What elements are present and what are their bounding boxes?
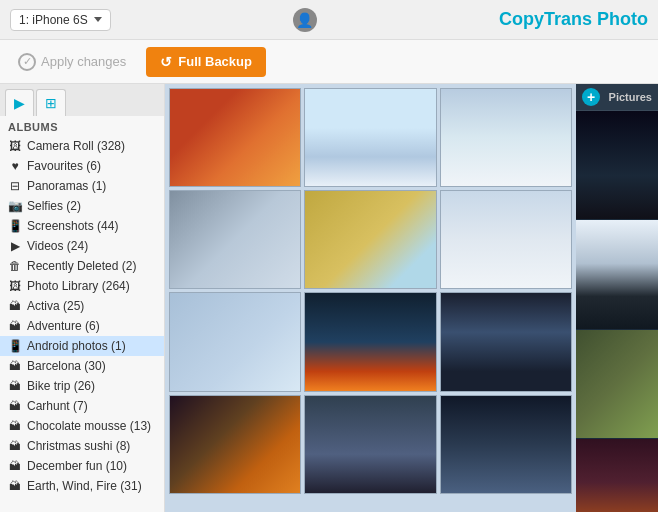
album-icon: 🖼 [8, 139, 22, 153]
app-header: 1: iPhone 6S 👤 CopyTrans Photo [0, 0, 658, 40]
album-icon: 📷 [8, 199, 22, 213]
sidebar-item-activa[interactable]: 🏔 Activa (25) [0, 296, 164, 316]
album-icon: ♥ [8, 159, 22, 173]
user-icon[interactable]: 👤 [293, 8, 317, 32]
album-label: Bike trip (26) [27, 379, 156, 393]
backup-icon: ↺ [160, 54, 172, 70]
device-name: 1: iPhone 6S [19, 13, 88, 27]
sidebar-item-selfies[interactable]: 📷 Selfies (2) [0, 196, 164, 216]
right-photo-rp1[interactable] [576, 111, 658, 220]
album-icon: 📱 [8, 219, 22, 233]
right-photo-rp3[interactable] [576, 330, 658, 439]
album-icon: 🏔 [8, 419, 22, 433]
album-label: Selfies (2) [27, 199, 156, 213]
app-logo: CopyTrans Photo [499, 9, 648, 30]
album-icon: 🏔 [8, 459, 22, 473]
photo-cell-p11[interactable] [304, 395, 436, 494]
sidebar-item-adventure[interactable]: 🏔 Adventure (6) [0, 316, 164, 336]
album-label: Adventure (6) [27, 319, 156, 333]
album-icon: 🏔 [8, 299, 22, 313]
apply-changes-button[interactable]: ✓ Apply changes [10, 49, 134, 75]
sidebar-item-android-photos[interactable]: 📱 Android photos (1) [0, 336, 164, 356]
device-selector[interactable]: 1: iPhone 6S [10, 9, 111, 31]
sidebar-item-screenshots[interactable]: 📱 Screenshots (44) [0, 216, 164, 236]
album-label: December fun (10) [27, 459, 156, 473]
album-icon: ⊟ [8, 179, 22, 193]
right-photo-rp4[interactable] [576, 439, 658, 512]
user-avatar-icon: 👤 [296, 12, 313, 28]
add-pictures-button[interactable]: + [582, 88, 600, 106]
album-list: 🖼 Camera Roll (328) ♥ Favourites (6) ⊟ P… [0, 136, 164, 496]
chevron-down-icon [94, 17, 102, 22]
album-label: Christmas sushi (8) [27, 439, 156, 453]
sidebar-item-bike-trip[interactable]: 🏔 Bike trip (26) [0, 376, 164, 396]
album-label: Earth, Wind, Fire (31) [27, 479, 156, 493]
sidebar-tabs: ▶ ⊞ [0, 84, 164, 116]
album-icon: 🏔 [8, 379, 22, 393]
tab-phone[interactable]: ▶ [5, 89, 34, 116]
photo-cell-p10[interactable] [169, 395, 301, 494]
right-panel-header: + Pictures [576, 84, 658, 111]
album-label: Chocolate mousse (13) [27, 419, 156, 433]
photo-cell-p6[interactable] [440, 190, 572, 289]
backup-label: Full Backup [178, 54, 252, 69]
album-icon: 🏔 [8, 479, 22, 493]
sidebar-item-barcelona[interactable]: 🏔 Barcelona (30) [0, 356, 164, 376]
photo-cell-p7[interactable] [169, 292, 301, 391]
album-icon: 🏔 [8, 399, 22, 413]
right-photo-list [576, 111, 658, 512]
full-backup-button[interactable]: ↺ Full Backup [146, 47, 266, 77]
sidebar-item-panoramas[interactable]: ⊟ Panoramas (1) [0, 176, 164, 196]
album-icon: ▶ [8, 239, 22, 253]
tab-grid[interactable]: ⊞ [36, 89, 66, 116]
apply-changes-label: Apply changes [41, 54, 126, 69]
photo-cell-p2[interactable] [304, 88, 436, 187]
photo-grid [169, 88, 572, 494]
sidebar-item-christmas-sushi[interactable]: 🏔 Christmas sushi (8) [0, 436, 164, 456]
album-label: Barcelona (30) [27, 359, 156, 373]
toolbar: ✓ Apply changes ↺ Full Backup [0, 40, 658, 84]
right-panel: + Pictures [576, 84, 658, 512]
album-label: Activa (25) [27, 299, 156, 313]
sidebar-item-videos[interactable]: ▶ Videos (24) [0, 236, 164, 256]
plus-icon: + [587, 90, 595, 104]
album-icon: 🏔 [8, 439, 22, 453]
album-icon: 🖼 [8, 279, 22, 293]
sidebar-item-earth-wind-fire[interactable]: 🏔 Earth, Wind, Fire (31) [0, 476, 164, 496]
main-content: ▶ ⊞ Albums 🖼 Camera Roll (328) ♥ Favouri… [0, 84, 658, 512]
album-label: Screenshots (44) [27, 219, 156, 233]
photo-cell-p3[interactable] [440, 88, 572, 187]
sidebar-item-camera-roll[interactable]: 🖼 Camera Roll (328) [0, 136, 164, 156]
album-label: Android photos (1) [27, 339, 156, 353]
sidebar-item-chocolate-mousse[interactable]: 🏔 Chocolate mousse (13) [0, 416, 164, 436]
logo-accent: C [499, 9, 512, 29]
album-icon: 🏔 [8, 319, 22, 333]
sidebar-item-recently-deleted[interactable]: 🗑 Recently Deleted (2) [0, 256, 164, 276]
logo-text: opyTrans Photo [512, 9, 648, 29]
photo-cell-p5[interactable] [304, 190, 436, 289]
album-label: Camera Roll (328) [27, 139, 156, 153]
photo-cell-p12[interactable] [440, 395, 572, 494]
photo-grid-area[interactable] [165, 84, 576, 512]
albums-label: Albums [0, 116, 164, 136]
sidebar-item-favourites[interactable]: ♥ Favourites (6) [0, 156, 164, 176]
album-label: Photo Library (264) [27, 279, 156, 293]
photo-cell-p1[interactable] [169, 88, 301, 187]
right-photo-rp2[interactable] [576, 220, 658, 329]
sidebar-item-december-fun[interactable]: 🏔 December fun (10) [0, 456, 164, 476]
album-icon: 📱 [8, 339, 22, 353]
album-label: Panoramas (1) [27, 179, 156, 193]
photo-cell-p9[interactable] [440, 292, 572, 391]
album-icon: 🗑 [8, 259, 22, 273]
sidebar-item-carhunt[interactable]: 🏔 Carhunt (7) [0, 396, 164, 416]
album-label: Recently Deleted (2) [27, 259, 156, 273]
photo-cell-p8[interactable] [304, 292, 436, 391]
sidebar-item-photo-library[interactable]: 🖼 Photo Library (264) [0, 276, 164, 296]
album-label: Videos (24) [27, 239, 156, 253]
album-label: Carhunt (7) [27, 399, 156, 413]
check-circle-icon: ✓ [18, 53, 36, 71]
photo-cell-p4[interactable] [169, 190, 301, 289]
album-label: Favourites (6) [27, 159, 156, 173]
pictures-label: Pictures [609, 91, 652, 103]
sidebar: ▶ ⊞ Albums 🖼 Camera Roll (328) ♥ Favouri… [0, 84, 165, 512]
